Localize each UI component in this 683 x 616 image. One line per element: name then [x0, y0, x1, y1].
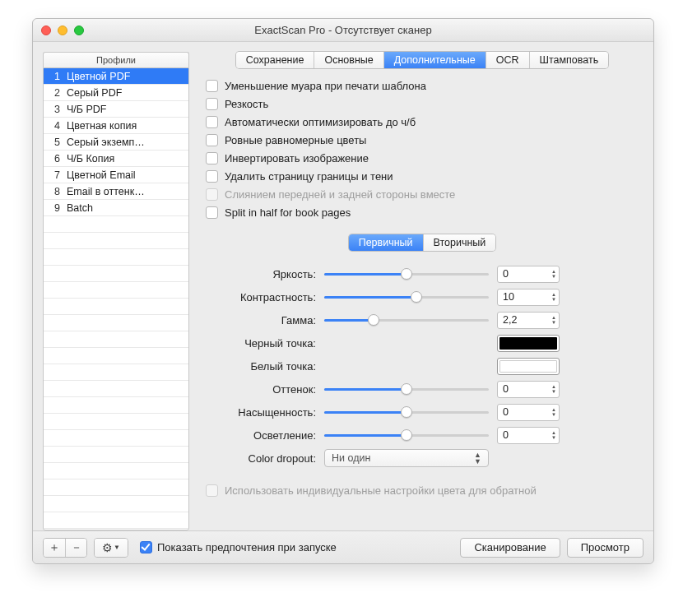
profile-row[interactable]: 3 Ч/Б PDF [44, 101, 188, 118]
tab-basic[interactable]: Основные [314, 52, 383, 68]
label-blackpoint: Черный точка: [201, 337, 324, 350]
profile-number: 1 [44, 71, 67, 82]
field-hue[interactable]: 0 ▲▼ [497, 381, 560, 398]
plus-icon: ＋ [49, 540, 60, 555]
profile-row[interactable]: 8 Email в оттенк… [44, 183, 188, 200]
profile-number: 3 [44, 104, 67, 115]
tab-save[interactable]: Сохранение [236, 52, 315, 68]
profile-number: 4 [44, 120, 67, 132]
profile-row[interactable]: 6 Ч/Б Копия [44, 151, 188, 167]
check-even-colors[interactable]: Ровные равномерные цветы [206, 131, 644, 149]
check-invert[interactable]: Инвертировать изображение [206, 149, 644, 167]
row-gamma: Гамма: 2,2 ▲▼ [201, 308, 644, 331]
check-individual-back: Использовать индивидуальные настройки цв… [206, 484, 644, 497]
stepper-icon[interactable]: ▲▼ [551, 292, 556, 302]
profile-row[interactable]: 2 Серый PDF [44, 85, 188, 101]
gear-icon: ⚙ [102, 541, 113, 554]
check-split-book[interactable]: Split in half for book pages [206, 203, 644, 221]
tab-secondary[interactable]: Вторичный [424, 234, 496, 251]
label-dropout: Color dropout: [201, 452, 324, 465]
row-lightness: Осветление: 0 ▲▼ [201, 424, 644, 447]
gear-menu-button[interactable]: ⚙ ▼ [95, 539, 128, 557]
check-descreen[interactable]: Уменьшение муара при печати шаблона [206, 76, 644, 95]
profile-name: Batch [67, 202, 188, 214]
field-lightness[interactable]: 0 ▲▼ [497, 427, 560, 444]
sub-tabs-seg: Первичный Вторичный [349, 234, 496, 251]
profile-row-empty [44, 299, 188, 315]
profile-row-empty [44, 447, 188, 463]
profile-name: Цветная копия [67, 120, 188, 132]
profile-row-empty [44, 364, 188, 381]
field-gamma[interactable]: 2,2 ▲▼ [497, 312, 560, 329]
stepper-icon[interactable]: ▲▼ [551, 407, 556, 417]
field-contrast[interactable]: 10 ▲▼ [497, 289, 560, 306]
slider-saturation[interactable] [324, 405, 489, 419]
slider-lightness[interactable] [324, 428, 489, 442]
label-gamma: Гамма: [201, 314, 324, 327]
profile-name: Серый экземп… [67, 137, 188, 148]
settings-panel: Сохранение Основные Дополнительные OCR Ш… [201, 52, 644, 530]
checkbox-group: Уменьшение муара при печати шаблона Резк… [201, 76, 644, 221]
tab-primary[interactable]: Первичный [349, 234, 424, 251]
dropdown-dropout[interactable]: Ни один ▲▼ [324, 449, 489, 467]
profile-row-empty [44, 266, 188, 282]
label-hue: Оттенок: [201, 383, 324, 396]
add-button[interactable]: ＋ [44, 539, 65, 557]
preview-button[interactable]: Просмотр [567, 538, 644, 558]
profile-row-empty [44, 331, 188, 348]
profile-row-empty [44, 430, 188, 447]
tab-additional[interactable]: Дополнительные [384, 52, 486, 68]
profile-row[interactable]: 7 Цветной Email [44, 167, 188, 183]
check-auto-bw[interactable]: Автоматически оптимизировать до ч/б [206, 113, 644, 131]
profile-row[interactable]: 9 Batch [44, 200, 188, 216]
slider-gamma[interactable] [324, 313, 489, 327]
colorwell-black[interactable] [497, 335, 560, 352]
tab-stamp[interactable]: Штамповать [530, 52, 609, 68]
profile-name: Ч/Б PDF [67, 104, 188, 115]
check-remove-border[interactable]: Удалить страницу границы и тени [206, 167, 644, 185]
profile-row-empty [44, 282, 188, 299]
colorwell-white[interactable] [497, 358, 560, 375]
stepper-icon[interactable]: ▲▼ [551, 384, 556, 394]
stepper-icon[interactable]: ▲▼ [551, 269, 556, 279]
slider-contrast[interactable] [324, 290, 489, 303]
profile-name: Цветной PDF [67, 71, 188, 82]
slider-hue[interactable] [324, 382, 489, 396]
scan-button[interactable]: Сканирование [460, 538, 560, 558]
sliders-group: Яркость: 0 ▲▼ Контрастность: [201, 262, 644, 470]
field-brightness[interactable]: 0 ▲▼ [497, 266, 560, 283]
tab-ocr[interactable]: OCR [486, 52, 530, 68]
chevron-updown-icon: ▲▼ [474, 452, 481, 465]
profiles-header: Профили [43, 52, 189, 67]
sub-tabs: Первичный Вторичный [201, 234, 644, 251]
titlebar: ExactScan Pro - Отсутствует сканер [33, 19, 653, 42]
stepper-icon[interactable]: ▲▼ [551, 315, 556, 325]
chevron-down-icon: ▼ [114, 544, 120, 551]
profile-row-empty [44, 512, 188, 529]
row-brightness: Яркость: 0 ▲▼ [201, 262, 644, 285]
profile-row[interactable]: 5 Серый экземп… [44, 134, 188, 151]
content: Профили 1 Цветной PDF 2 Серый PDF 3 Ч/Б … [33, 42, 653, 530]
profile-row[interactable]: 1 Цветной PDF [44, 68, 188, 85]
stepper-icon[interactable]: ▲▼ [551, 430, 556, 440]
minus-icon: － [71, 540, 82, 555]
profile-name: Email в оттенк… [67, 186, 188, 197]
main-tabs-seg: Сохранение Основные Дополнительные OCR Ш… [236, 52, 608, 68]
remove-button[interactable]: － [65, 539, 86, 557]
main-tabs: Сохранение Основные Дополнительные OCR Ш… [201, 52, 644, 68]
field-saturation[interactable]: 0 ▲▼ [497, 404, 560, 421]
profiles-list[interactable]: 1 Цветной PDF 2 Серый PDF 3 Ч/Б PDF 4 Цв… [43, 67, 189, 530]
profile-row-empty [44, 249, 188, 266]
profile-row-empty [44, 381, 188, 397]
label-contrast: Контрастность: [201, 291, 324, 303]
app-window: ExactScan Pro - Отсутствует сканер Профи… [32, 18, 654, 564]
row-whitepoint: Белый точка: [201, 354, 644, 377]
slider-brightness[interactable] [324, 267, 489, 280]
check-show-prefs-startup[interactable]: Показать предпочтения при запуске [140, 541, 337, 553]
profile-row[interactable]: 4 Цветная копия [44, 118, 188, 134]
profile-name: Цветной Email [67, 169, 188, 181]
check-sharpen[interactable]: Резкость [206, 95, 644, 113]
label-brightness: Яркость: [201, 268, 324, 280]
profile-row-empty [44, 479, 188, 496]
profile-actions: ⚙ ▼ [94, 538, 128, 558]
